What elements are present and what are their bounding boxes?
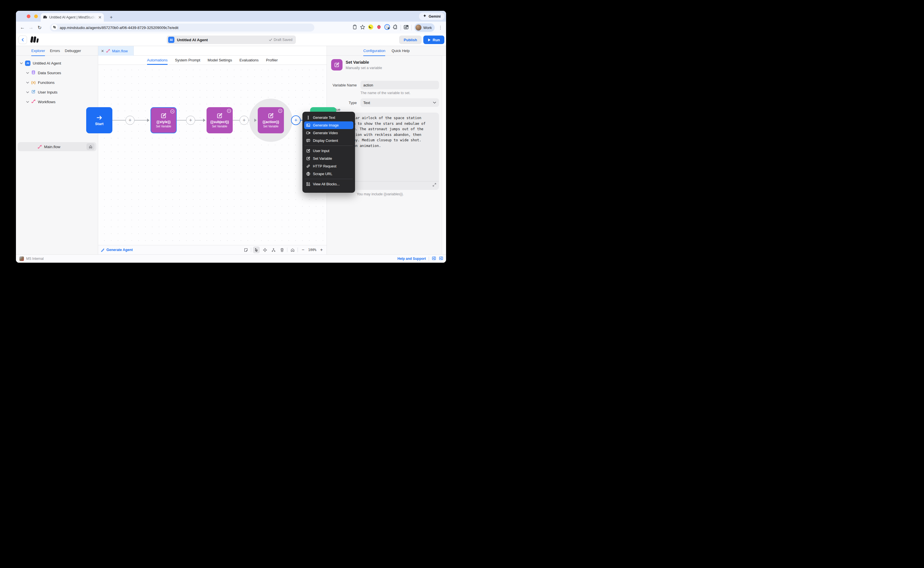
zoom-in-icon[interactable]: + [318,246,325,253]
chevron-down-icon[interactable] [20,62,23,64]
tab-errors[interactable]: Errors [50,46,60,56]
workflow-icon [106,49,110,53]
tab-close-icon[interactable]: ✕ [98,15,101,20]
toggle-right-panel-icon[interactable] [432,256,436,261]
type-select[interactable]: Text [361,98,439,107]
zoom-out-icon[interactable]: − [300,246,306,253]
site-settings-icon[interactable] [52,24,58,31]
profile-button[interactable]: Work [414,23,435,32]
home-view-icon[interactable] [289,246,296,253]
pan-tool-icon[interactable] [261,246,268,253]
run-button[interactable]: Run [423,36,444,44]
set-variable-node-style[interactable]: {{style}} Set Variable [150,107,177,133]
variable-name-input[interactable]: action [361,81,439,89]
insert-block-button[interactable]: + [126,116,135,125]
browser-menu-icon[interactable]: ⋮ [437,25,444,30]
start-node[interactable]: Start [86,107,112,133]
collapse-icon[interactable] [170,109,175,114]
extension-strawberry-icon[interactable] [376,24,382,31]
tab-explorer[interactable]: Explorer [31,46,45,56]
tab-configuration[interactable]: Configuration [363,46,385,56]
gemini-button[interactable]: Gemini [419,12,444,20]
app-back-button[interactable] [18,36,27,44]
tab-model-settings[interactable]: Model Settings [208,56,232,65]
menu-item-generate-image[interactable]: Generate Image [304,121,353,129]
tree-item-data-sources[interactable]: Data Sources [26,68,61,77]
workflow-editor: ✕ Main.flow Automations System Prompt Mo… [98,46,327,254]
bookmark-star-icon[interactable] [360,24,365,31]
agent-title[interactable]: Untitled AI Agent [177,38,266,42]
pencil-square-icon [217,113,223,119]
pencil-square-icon [306,156,311,161]
set-variable-node-subject[interactable]: {{subject}} Set Variable [206,107,233,133]
help-and-support-link[interactable]: Help and Support [397,257,426,261]
extension-banana-icon[interactable] [368,24,374,31]
toggle-left-panel-icon[interactable] [439,256,443,261]
toolbar-divider [411,25,412,30]
set-variable-node-action[interactable]: {{action}} Set Variable [258,107,284,133]
generate-agent-button[interactable]: Generate Agent [101,248,133,252]
extensions-puzzle-icon[interactable] [392,24,398,31]
collapse-icon[interactable] [227,109,231,113]
workspace-avatar [19,257,24,261]
browser-tab[interactable]: Untitled AI Agent | MindStudio ✕ [41,13,104,22]
menu-item-user-input[interactable]: User Input [304,147,353,155]
address-bar[interactable]: app.mindstudio.ai/agents/857270b0-af06-4… [50,24,314,32]
extension-1password-icon[interactable] [384,24,390,31]
panel-gutter [442,56,446,254]
chevron-down-icon[interactable] [26,91,29,93]
tree-item-user-inputs[interactable]: User Inputs [26,88,58,97]
chevron-down-icon[interactable] [26,72,29,74]
workspace-switcher[interactable]: MS Internal [19,257,44,261]
menu-item-view-all-blocks[interactable]: View All Blocks... [304,180,353,188]
back-icon[interactable]: ← [18,23,27,32]
close-window-button[interactable] [27,15,30,18]
toolbar-icons: Work ⋮ [352,22,444,33]
side-search-icon[interactable] [403,24,409,31]
publish-button[interactable]: Publish [399,36,422,44]
menu-item-http-request[interactable]: HTTP Request [304,162,353,170]
reload-icon[interactable]: ↻ [35,23,44,32]
forward-icon[interactable]: → [27,23,35,32]
tab-debugger[interactable]: Debugger [65,46,81,56]
tab-system-prompt[interactable]: System Prompt [175,56,200,65]
insert-block-button[interactable]: + [239,116,248,125]
new-tab-button[interactable]: + [108,14,115,21]
file-tab-main-flow[interactable]: ✕ Main.flow [98,46,134,56]
tree-item-main-flow[interactable]: Main.flow [18,142,97,151]
trash-icon[interactable] [279,246,285,253]
menu-item-display-content[interactable]: Display Content [304,137,353,144]
url-text[interactable]: app.mindstudio.ai/agents/857270b0-af06-4… [60,26,178,30]
tree-item-agent-root[interactable]: AI Untitled AI Agent [20,59,61,67]
tree-item-workflows[interactable]: Workflows [26,98,56,106]
insert-block-button-active[interactable]: + [291,115,301,125]
home-icon[interactable] [86,143,94,150]
auto-arrange-icon[interactable] [270,246,277,253]
agent-title-pill[interactable]: AI Untitled AI Agent Draft Saved [167,36,296,44]
expand-icon[interactable] [432,183,436,188]
note-tool-icon[interactable] [242,246,249,253]
menu-item-generate-text[interactable]: Generate Text [304,114,353,121]
mindstudio-logo[interactable] [30,36,40,45]
menu-item-generate-video[interactable]: Generate Video [304,129,353,137]
agent-ai-badge: AI [168,37,174,43]
chevron-down-icon[interactable] [26,101,29,103]
tab-profiler[interactable]: Profiler [266,56,278,65]
agent-ai-badge: AI [25,60,30,66]
tab-quick-help[interactable]: Quick Help [391,46,410,56]
tab-automations[interactable]: Automations [147,56,168,65]
minimize-window-button[interactable] [34,15,38,18]
zoom-level[interactable]: 100% [308,248,317,252]
flow-canvas[interactable]: Start + {{style}} Set Variable + {{subje… [98,65,327,245]
tree-item-functions[interactable]: (x) Functions [26,78,55,87]
chevron-down-icon[interactable] [26,82,29,83]
tab-evaluations[interactable]: Evaluations [239,56,259,65]
collapse-icon[interactable] [278,109,282,113]
insert-block-button[interactable]: + [186,116,195,125]
select-tool-icon[interactable] [253,246,260,253]
menu-item-set-variable[interactable]: Set Variable [304,155,353,162]
menu-item-scrape-url[interactable]: Scrape URL [304,170,353,178]
clipboard-icon[interactable] [352,24,357,31]
close-icon[interactable]: ✕ [101,49,104,53]
menu-divider [305,179,353,179]
